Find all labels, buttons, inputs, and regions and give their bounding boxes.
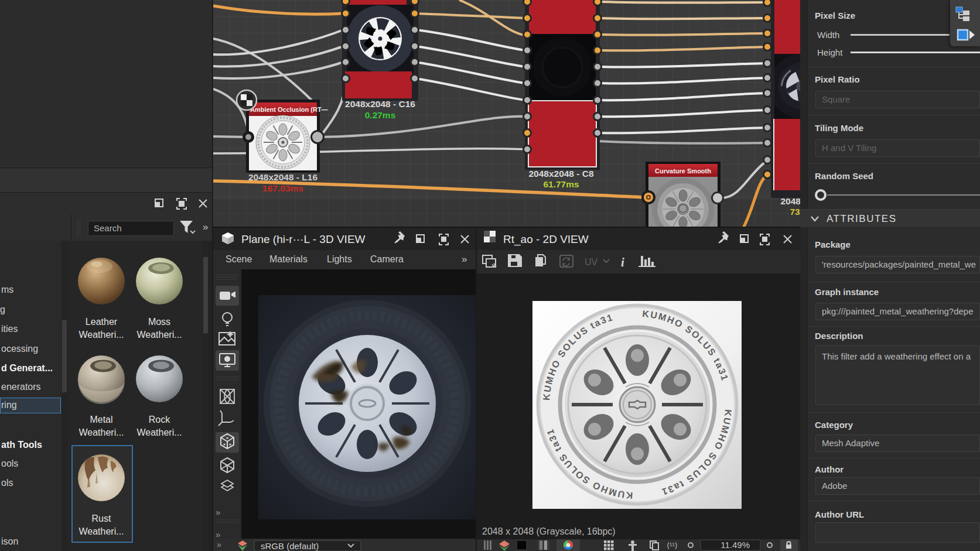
svg-text:167.03ms: 167.03ms	[262, 183, 303, 193]
svg-text:2048x: 2048x	[780, 196, 800, 206]
svg-text:0.27ms: 0.27ms	[365, 110, 396, 120]
svg-text:i: i	[621, 255, 624, 269]
svg-text:2048x2048 - C8: 2048x2048 - C8	[528, 169, 594, 179]
svg-text:»: »	[216, 507, 220, 517]
svg-text:61.77ms: 61.77ms	[543, 179, 579, 189]
svg-text:sRGB (default): sRGB (default)	[261, 541, 319, 551]
svg-text:⟨¹¹⟩: ⟨¹¹⟩	[667, 541, 678, 550]
svg-text:2048 x 2048 (Grayscale, 16bpc): 2048 x 2048 (Grayscale, 16bpc)	[482, 526, 616, 536]
svg-text:Rt_ao - 2D VIEW: Rt_ao - 2D VIEW	[503, 233, 589, 246]
svg-text:»: »	[203, 221, 208, 232]
svg-text:11.49%: 11.49%	[721, 540, 750, 550]
svg-text:»: »	[216, 529, 220, 539]
svg-text:UV: UV	[585, 257, 598, 267]
svg-text:Curvature Smooth: Curvature Smooth	[655, 167, 711, 174]
svg-text:2048x2048 - C16: 2048x2048 - C16	[345, 99, 415, 109]
svg-text:Ambient Occlusion (RT—: Ambient Occlusion (RT—	[250, 106, 328, 113]
svg-text:Plane (hi-r···L - 3D VIEW: Plane (hi-r···L - 3D VIEW	[241, 233, 366, 245]
svg-text:»: »	[217, 540, 221, 549]
svg-text:73: 73	[790, 207, 800, 217]
svg-text:2048x2048 - L16: 2048x2048 - L16	[248, 172, 317, 182]
